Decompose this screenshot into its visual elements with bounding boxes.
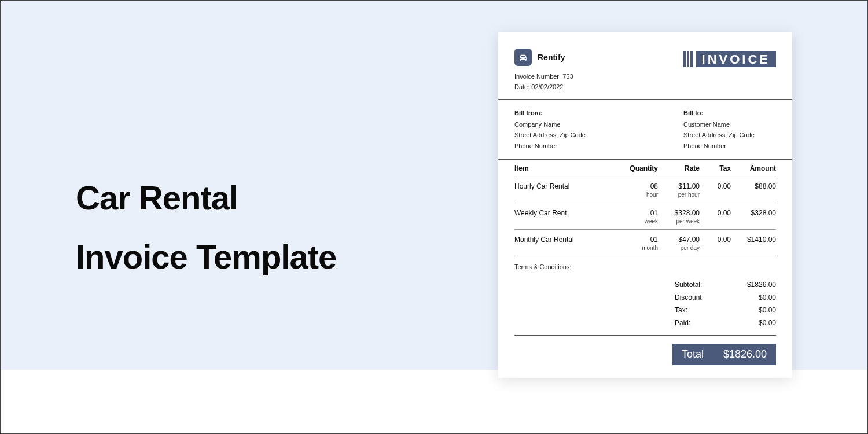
invoice-date-label: Date:: [514, 83, 529, 90]
title-line-2: Invoice Template: [76, 238, 336, 275]
tax-value: $0.00: [727, 306, 776, 314]
brand-name: Rentify: [538, 53, 565, 62]
cell-amount: $328.00: [731, 209, 776, 217]
grand-total-value: $1826.00: [723, 348, 767, 361]
bill-from-name: Company Name: [514, 119, 666, 130]
invoice-number: 753: [562, 73, 573, 80]
subtotal-label: Subtotal:: [675, 281, 727, 289]
cell-amount: $1410.00: [731, 236, 776, 244]
invoice-card: Rentify Invoice Number: 753 Date: 02/02/…: [498, 32, 792, 378]
bill-from: Bill from: Company Name Street Address, …: [514, 108, 666, 151]
cell-tax: 0.00: [700, 182, 731, 190]
title-line-1: Car Rental: [76, 179, 238, 216]
th-tax: Tax: [700, 164, 731, 172]
th-item: Item: [514, 164, 615, 172]
cell-item: Monthly Car Rental: [514, 236, 615, 244]
invoice-badge-text: INVOICE: [696, 51, 776, 67]
cell-rate: $11.00: [658, 182, 700, 190]
cell-qty-unit: month: [615, 245, 658, 251]
cell-rate-unit: per day: [658, 245, 700, 251]
th-amount: Amount: [731, 164, 776, 172]
cell-item: Weekly Car Rent: [514, 209, 615, 217]
brand-block: Rentify Invoice Number: 753 Date: 02/02/…: [514, 49, 573, 92]
grand-total-box: Total $1826.00: [672, 344, 776, 365]
bill-from-address: Street Address, Zip Code: [514, 130, 666, 140]
th-rate: Rate: [658, 164, 700, 172]
cell-tax: 0.00: [700, 236, 731, 244]
grand-total-row: Total $1826.00: [498, 336, 792, 365]
line-items-table: Item Quantity Rate Tax Amount Hourly Car…: [498, 160, 792, 256]
cell-qty-unit: week: [615, 218, 658, 225]
invoice-number-label: Invoice Number:: [514, 73, 561, 80]
bill-from-label: Bill from:: [514, 108, 666, 118]
discount-label: Discount:: [675, 293, 727, 301]
car-icon: [514, 49, 532, 66]
cell-amount: $88.00: [731, 182, 776, 190]
cell-item: Hourly Car Rental: [514, 182, 615, 190]
table-header: Item Quantity Rate Tax Amount: [514, 160, 776, 176]
cell-rate-unit: per week: [658, 218, 700, 225]
bill-to-label: Bill to:: [683, 108, 776, 118]
cell-qty-unit: hour: [615, 192, 658, 198]
table-row: Hourly Car Rental 08hour $11.00per hour …: [514, 176, 776, 203]
page-title: Car Rental Invoice Template: [76, 168, 336, 286]
table-row: Monthly Car Rental 01month $47.00per day…: [514, 230, 776, 256]
paid-value: $0.00: [727, 319, 776, 327]
bill-from-phone: Phone Number: [514, 141, 666, 151]
cell-qty: 08: [615, 182, 658, 190]
discount-value: $0.00: [727, 293, 776, 301]
table-row: Weekly Car Rent 01week $328.00per week 0…: [514, 203, 776, 230]
bill-section: Bill from: Company Name Street Address, …: [498, 100, 792, 159]
paid-label: Paid:: [675, 319, 727, 327]
invoice-header: Rentify Invoice Number: 753 Date: 02/02/…: [498, 49, 792, 99]
cell-qty: 01: [615, 209, 658, 217]
invoice-badge: INVOICE: [682, 51, 776, 67]
tax-label: Tax:: [675, 306, 727, 314]
subtotal-value: $1826.00: [727, 281, 776, 289]
badge-stripes-icon: [682, 51, 693, 67]
cell-qty: 01: [615, 236, 658, 244]
cell-rate: $47.00: [658, 236, 700, 244]
bill-to-address: Street Address, Zip Code: [683, 130, 776, 140]
invoice-date: 02/02/2022: [531, 83, 563, 90]
invoice-meta: Invoice Number: 753 Date: 02/02/2022: [514, 72, 573, 92]
page-container: Car Rental Invoice Template Rentify Invo…: [0, 0, 868, 434]
totals-block: Subtotal:$1826.00 Discount:$0.00 Tax:$0.…: [498, 275, 792, 336]
bill-to-name: Customer Name: [683, 119, 776, 130]
cell-rate-unit: per hour: [658, 192, 700, 198]
grand-total-label: Total: [682, 348, 704, 361]
cell-rate: $328.00: [658, 209, 700, 217]
bill-to: Bill to: Customer Name Street Address, Z…: [683, 108, 776, 151]
th-quantity: Quantity: [615, 164, 658, 172]
bill-to-phone: Phone Number: [683, 141, 776, 151]
cell-tax: 0.00: [700, 209, 731, 217]
terms-label: Terms & Conditions:: [498, 256, 792, 275]
